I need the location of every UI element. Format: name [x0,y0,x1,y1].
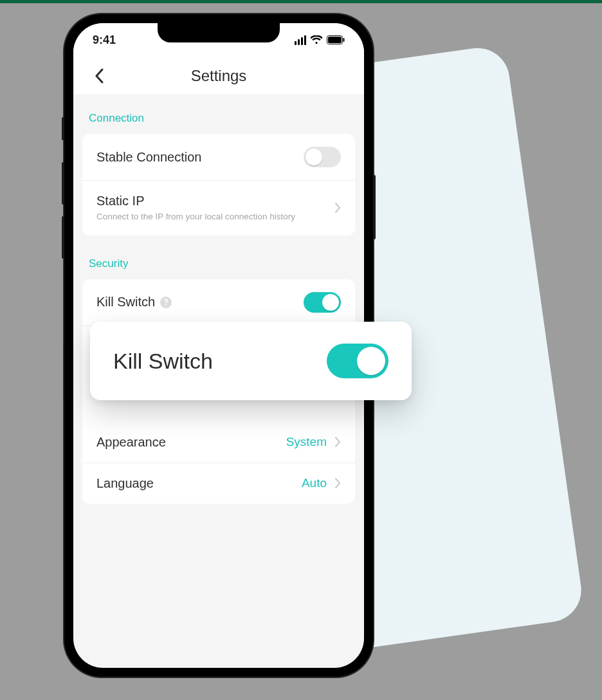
row-title-static-ip: Static IP [96,194,327,208]
row-appearance[interactable]: Appearance System [82,422,355,463]
row-static-ip[interactable]: Static IP Connect to the IP from your lo… [82,180,355,235]
kill-switch-label: Kill Switch [96,295,155,309]
row-title-kill-switch: Kill Switch ? [96,295,296,309]
help-icon[interactable]: ? [160,297,172,308]
svg-rect-1 [328,37,342,43]
row-value-language: Auto [302,476,327,490]
section-label-security: Security [82,252,355,279]
row-subtitle-static-ip: Connect to the IP from your local connec… [96,211,327,223]
callout-title: Kill Switch [113,349,213,374]
phone-notch [158,23,280,42]
row-title-stable-connection: Stable Connection [96,150,296,165]
toggle-kill-switch-callout[interactable] [327,344,388,378]
phone-volume-down [62,216,64,259]
section-label-connection: Connection [82,107,355,134]
status-time: 9:41 [93,33,116,47]
row-stable-connection[interactable]: Stable Connection [82,134,355,180]
row-title-language: Language [96,476,294,491]
row-kill-switch[interactable]: Kill Switch ? [82,279,355,326]
toggle-stable-connection[interactable] [304,147,341,167]
row-title-appearance: Appearance [96,435,278,450]
kill-switch-callout: Kill Switch [90,322,412,400]
phone-volume-up [62,162,64,205]
page-title: Settings [191,67,247,85]
chevron-left-icon [95,68,104,84]
chevron-right-icon [334,477,341,489]
row-language[interactable]: Language Auto [82,463,355,504]
nav-bar: Settings [73,57,364,95]
battery-icon [327,35,345,44]
phone-side-button [62,117,64,140]
page-top-border [0,0,602,3]
cellular-icon [295,35,306,45]
connection-card: Stable Connection Static IP Connect to t… [82,134,355,235]
row-value-appearance: System [286,435,327,449]
settings-content: Connection Stable Connection Static IP C… [73,95,364,532]
toggle-kill-switch[interactable] [304,292,341,313]
svg-rect-2 [343,38,345,42]
wifi-icon [310,35,323,44]
back-button[interactable] [86,63,112,89]
chevron-right-icon [334,436,341,448]
phone-power-button [373,175,376,239]
chevron-right-icon [334,202,341,214]
